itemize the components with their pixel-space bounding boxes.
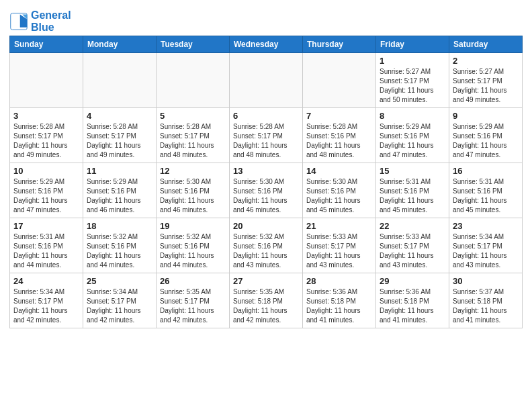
day-number: 28	[306, 276, 372, 286]
day-info: Sunrise: 5:29 AM Sunset: 5:16 PM Dayligh…	[87, 177, 152, 215]
calendar-header-row: SundayMondayTuesdayWednesdayThursdayFrid…	[10, 36, 523, 53]
day-number: 18	[87, 221, 152, 231]
calendar-week-1: 1Sunrise: 5:27 AM Sunset: 5:17 PM Daylig…	[10, 53, 523, 108]
page: General Blue SundayMondayTuesdayWednesda…	[0, 0, 532, 335]
day-number: 10	[13, 166, 79, 176]
day-number: 7	[306, 111, 372, 121]
calendar-cell: 20Sunrise: 5:32 AM Sunset: 5:16 PM Dayli…	[230, 218, 303, 273]
calendar-cell: 8Sunrise: 5:29 AM Sunset: 5:16 PM Daylig…	[376, 108, 449, 163]
day-info: Sunrise: 5:32 AM Sunset: 5:16 PM Dayligh…	[233, 232, 299, 270]
calendar-cell	[230, 53, 303, 108]
calendar-cell: 24Sunrise: 5:34 AM Sunset: 5:17 PM Dayli…	[10, 273, 83, 328]
weekday-header-friday: Friday	[376, 36, 449, 53]
logo: General Blue	[9, 9, 71, 33]
day-info: Sunrise: 5:36 AM Sunset: 5:18 PM Dayligh…	[380, 287, 445, 325]
day-number: 11	[87, 166, 152, 176]
day-info: Sunrise: 5:30 AM Sunset: 5:16 PM Dayligh…	[233, 177, 299, 215]
weekday-header-thursday: Thursday	[303, 36, 376, 53]
day-number: 2	[453, 56, 519, 66]
day-number: 29	[380, 276, 445, 286]
day-number: 21	[306, 221, 372, 231]
day-info: Sunrise: 5:28 AM Sunset: 5:17 PM Dayligh…	[13, 122, 79, 160]
day-number: 20	[233, 221, 299, 231]
calendar-week-4: 17Sunrise: 5:31 AM Sunset: 5:16 PM Dayli…	[10, 218, 523, 273]
day-number: 25	[87, 276, 152, 286]
calendar-cell: 25Sunrise: 5:34 AM Sunset: 5:17 PM Dayli…	[83, 273, 157, 328]
day-info: Sunrise: 5:31 AM Sunset: 5:16 PM Dayligh…	[380, 177, 445, 215]
calendar-cell	[303, 53, 376, 108]
calendar-cell: 2Sunrise: 5:27 AM Sunset: 5:17 PM Daylig…	[449, 53, 523, 108]
calendar-cell: 10Sunrise: 5:29 AM Sunset: 5:16 PM Dayli…	[10, 163, 83, 218]
day-info: Sunrise: 5:27 AM Sunset: 5:17 PM Dayligh…	[453, 67, 519, 105]
day-info: Sunrise: 5:28 AM Sunset: 5:17 PM Dayligh…	[87, 122, 152, 160]
day-number: 3	[13, 111, 79, 121]
day-info: Sunrise: 5:28 AM Sunset: 5:16 PM Dayligh…	[306, 122, 372, 160]
calendar-cell: 12Sunrise: 5:30 AM Sunset: 5:16 PM Dayli…	[157, 163, 230, 218]
calendar-cell: 19Sunrise: 5:32 AM Sunset: 5:16 PM Dayli…	[157, 218, 230, 273]
day-info: Sunrise: 5:30 AM Sunset: 5:16 PM Dayligh…	[160, 177, 226, 215]
calendar-cell: 14Sunrise: 5:30 AM Sunset: 5:16 PM Dayli…	[303, 163, 376, 218]
day-info: Sunrise: 5:33 AM Sunset: 5:17 PM Dayligh…	[380, 232, 445, 270]
day-info: Sunrise: 5:31 AM Sunset: 5:16 PM Dayligh…	[453, 177, 519, 215]
day-info: Sunrise: 5:28 AM Sunset: 5:17 PM Dayligh…	[233, 122, 299, 160]
day-info: Sunrise: 5:29 AM Sunset: 5:16 PM Dayligh…	[453, 122, 519, 160]
day-number: 1	[380, 56, 445, 66]
day-number: 6	[233, 111, 299, 121]
calendar-cell: 21Sunrise: 5:33 AM Sunset: 5:17 PM Dayli…	[303, 218, 376, 273]
calendar-cell: 7Sunrise: 5:28 AM Sunset: 5:16 PM Daylig…	[303, 108, 376, 163]
day-number: 16	[453, 166, 519, 176]
day-info: Sunrise: 5:34 AM Sunset: 5:17 PM Dayligh…	[453, 232, 519, 270]
calendar-cell: 6Sunrise: 5:28 AM Sunset: 5:17 PM Daylig…	[230, 108, 303, 163]
day-number: 8	[380, 111, 445, 121]
calendar-table: SundayMondayTuesdayWednesdayThursdayFrid…	[9, 36, 523, 328]
calendar-cell	[157, 53, 230, 108]
day-info: Sunrise: 5:34 AM Sunset: 5:17 PM Dayligh…	[87, 287, 152, 325]
logo-icon	[9, 12, 28, 31]
day-number: 14	[306, 166, 372, 176]
calendar-cell	[10, 53, 83, 108]
day-info: Sunrise: 5:30 AM Sunset: 5:16 PM Dayligh…	[306, 177, 372, 215]
day-number: 30	[453, 276, 519, 286]
day-info: Sunrise: 5:36 AM Sunset: 5:18 PM Dayligh…	[306, 287, 372, 325]
day-info: Sunrise: 5:27 AM Sunset: 5:17 PM Dayligh…	[380, 67, 445, 105]
calendar-cell: 16Sunrise: 5:31 AM Sunset: 5:16 PM Dayli…	[449, 163, 523, 218]
day-number: 13	[233, 166, 299, 176]
day-info: Sunrise: 5:34 AM Sunset: 5:17 PM Dayligh…	[13, 287, 79, 325]
logo-text: General Blue	[31, 9, 71, 33]
calendar-cell: 22Sunrise: 5:33 AM Sunset: 5:17 PM Dayli…	[376, 218, 449, 273]
weekday-header-wednesday: Wednesday	[230, 36, 303, 53]
day-info: Sunrise: 5:37 AM Sunset: 5:18 PM Dayligh…	[453, 287, 519, 325]
day-number: 22	[380, 221, 445, 231]
day-number: 15	[380, 166, 445, 176]
calendar-cell: 4Sunrise: 5:28 AM Sunset: 5:17 PM Daylig…	[83, 108, 157, 163]
day-info: Sunrise: 5:32 AM Sunset: 5:16 PM Dayligh…	[87, 232, 152, 270]
day-info: Sunrise: 5:28 AM Sunset: 5:17 PM Dayligh…	[160, 122, 226, 160]
calendar-cell: 30Sunrise: 5:37 AM Sunset: 5:18 PM Dayli…	[449, 273, 523, 328]
day-number: 26	[160, 276, 226, 286]
calendar-cell: 28Sunrise: 5:36 AM Sunset: 5:18 PM Dayli…	[303, 273, 376, 328]
calendar-cell: 3Sunrise: 5:28 AM Sunset: 5:17 PM Daylig…	[10, 108, 83, 163]
calendar-week-5: 24Sunrise: 5:34 AM Sunset: 5:17 PM Dayli…	[10, 273, 523, 328]
calendar-cell	[83, 53, 157, 108]
day-info: Sunrise: 5:29 AM Sunset: 5:16 PM Dayligh…	[13, 177, 79, 215]
calendar-cell: 13Sunrise: 5:30 AM Sunset: 5:16 PM Dayli…	[230, 163, 303, 218]
day-number: 9	[453, 111, 519, 121]
calendar-cell: 23Sunrise: 5:34 AM Sunset: 5:17 PM Dayli…	[449, 218, 523, 273]
calendar-week-2: 3Sunrise: 5:28 AM Sunset: 5:17 PM Daylig…	[10, 108, 523, 163]
calendar-cell: 17Sunrise: 5:31 AM Sunset: 5:16 PM Dayli…	[10, 218, 83, 273]
day-info: Sunrise: 5:32 AM Sunset: 5:16 PM Dayligh…	[160, 232, 226, 270]
calendar-cell: 5Sunrise: 5:28 AM Sunset: 5:17 PM Daylig…	[157, 108, 230, 163]
day-info: Sunrise: 5:31 AM Sunset: 5:16 PM Dayligh…	[13, 232, 79, 270]
day-number: 5	[160, 111, 226, 121]
calendar-cell: 11Sunrise: 5:29 AM Sunset: 5:16 PM Dayli…	[83, 163, 157, 218]
day-number: 23	[453, 221, 519, 231]
weekday-header-sunday: Sunday	[10, 36, 83, 53]
calendar-cell: 29Sunrise: 5:36 AM Sunset: 5:18 PM Dayli…	[376, 273, 449, 328]
day-number: 12	[160, 166, 226, 176]
day-number: 4	[87, 111, 152, 121]
day-number: 19	[160, 221, 226, 231]
header: General Blue	[9, 7, 523, 33]
calendar-cell: 1Sunrise: 5:27 AM Sunset: 5:17 PM Daylig…	[376, 53, 449, 108]
calendar-cell: 18Sunrise: 5:32 AM Sunset: 5:16 PM Dayli…	[83, 218, 157, 273]
weekday-header-tuesday: Tuesday	[157, 36, 230, 53]
